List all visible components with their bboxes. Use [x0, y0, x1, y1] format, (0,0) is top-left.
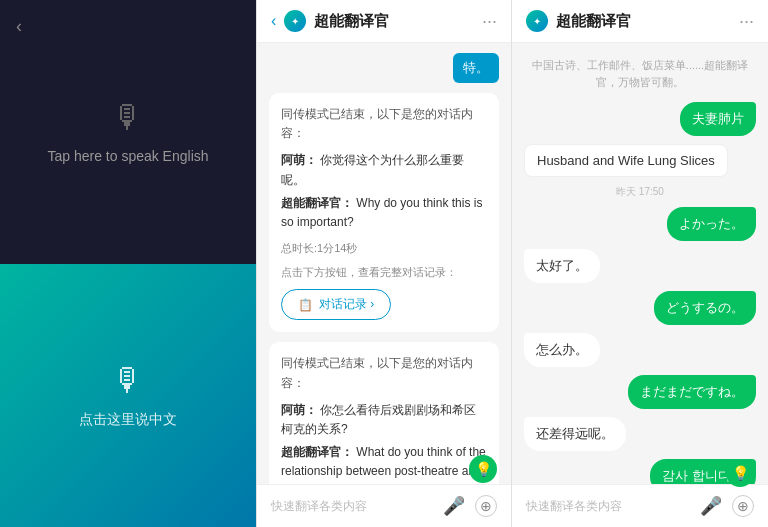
- card2-speaker2: 超能翻译官：: [281, 445, 353, 459]
- left-bottom-section[interactable]: 🎙 点击这里说中文: [0, 264, 256, 528]
- middle-more-icon[interactable]: ···: [482, 11, 497, 32]
- middle-panel: ‹ ✦ 超能翻译官 ··· 特。 同传模式已结束，以下是您的对话内容： 阿萌： …: [256, 0, 512, 527]
- right-panel: ✦ 超能翻译官 ··· 中国古诗、工作邮件、饭店菜单......超能翻译官，万物…: [512, 0, 768, 527]
- middle-title: 超能翻译官: [314, 12, 474, 31]
- card2-header: 同传模式已结束，以下是您的对话内容：: [281, 354, 487, 392]
- card1-speaker1: 阿萌：: [281, 153, 317, 167]
- bubble-dosuruno: どうするの。: [654, 291, 756, 325]
- middle-chat-content: 特。 同传模式已结束，以下是您的对话内容： 阿萌： 你觉得这个为什么那么重要呢。…: [257, 43, 511, 484]
- bubble-tahaole: 太好了。: [524, 249, 600, 283]
- back-arrow-icon[interactable]: ‹: [16, 16, 22, 37]
- mic-icon-bottom: 🎙: [112, 362, 144, 399]
- middle-header: ‹ ✦ 超能翻译官 ···: [257, 0, 511, 43]
- click-to-speak-label[interactable]: 点击这里说中文: [79, 411, 177, 429]
- bubble-yokatta: よかった。: [667, 207, 756, 241]
- card1-prompt: 点击下方按钮，查看完整对话记录：: [281, 264, 487, 282]
- translation-husband-wife: Husband and Wife Lung Slices: [524, 144, 728, 177]
- card1-record-button[interactable]: 📋 对话记录 ›: [281, 289, 391, 320]
- middle-back-icon[interactable]: ‹: [271, 12, 276, 30]
- right-footer: 快速翻译各类内容 🎤 ⊕ 💡: [512, 484, 768, 527]
- conv-card-2: 同传模式已结束，以下是您的对话内容： 阿萌： 你怎么看待后戏剧剧场和希区柯克的关…: [269, 342, 499, 484]
- timestamp-1750: 昨天 17:50: [524, 185, 756, 199]
- card2-line2: 超能翻译官： What do you think of the relation…: [281, 443, 487, 484]
- bubble-fuzei: 夫妻肺片: [680, 102, 756, 136]
- card1-duration: 总时长:1分14秒: [281, 240, 487, 258]
- card1-btn-label: 对话记录 ›: [319, 296, 374, 313]
- right-footer-placeholder: 快速翻译各类内容: [526, 498, 690, 515]
- card2-speaker1: 阿萌：: [281, 403, 317, 417]
- middle-logo-icon: ✦: [284, 10, 306, 32]
- middle-footer-placeholder: 快速翻译各类内容: [271, 498, 433, 515]
- bubble-madamada: まだまだですね。: [628, 375, 756, 409]
- right-lightbulb-button[interactable]: 💡: [726, 459, 754, 487]
- right-info-text: 中国古诗、工作邮件、饭店菜单......超能翻译官，万物皆可翻。: [524, 53, 756, 94]
- right-logo-icon: ✦: [526, 10, 548, 32]
- middle-mic-icon[interactable]: 🎤: [443, 495, 465, 517]
- mic-icon-top: 🎙: [112, 99, 144, 136]
- card1-line1: 阿萌： 你觉得这个为什么那么重要呢。: [281, 151, 487, 189]
- card1-header: 同传模式已结束，以下是您的对话内容：: [281, 105, 487, 143]
- card2-line1: 阿萌： 你怎么看待后戏剧剧场和希区柯克的关系?: [281, 401, 487, 439]
- right-chat-content: 中国古诗、工作邮件、饭店菜单......超能翻译官，万物皆可翻。 夫妻肺片 Hu…: [512, 43, 768, 484]
- right-mic-icon[interactable]: 🎤: [700, 495, 722, 517]
- right-add-icon[interactable]: ⊕: [732, 495, 754, 517]
- middle-add-icon[interactable]: ⊕: [475, 495, 497, 517]
- record-icon: 📋: [298, 298, 313, 312]
- bubble-haichayuanne: 还差得远呢。: [524, 417, 626, 451]
- left-panel: ‹ 🎙 Tap here to speak English 🎙 点击这里说中文: [0, 0, 256, 527]
- tap-to-speak-label[interactable]: Tap here to speak English: [47, 148, 208, 164]
- right-more-icon[interactable]: ···: [739, 11, 754, 32]
- right-header: ✦ 超能翻译官 ···: [512, 0, 768, 43]
- middle-lightbulb-button[interactable]: 💡: [469, 455, 497, 483]
- right-title: 超能翻译官: [556, 12, 731, 31]
- middle-footer: 快速翻译各类内容 🎤 ⊕ 💡: [257, 484, 511, 527]
- conv-card-1: 同传模式已结束，以下是您的对话内容： 阿萌： 你觉得这个为什么那么重要呢。 超能…: [269, 93, 499, 332]
- card1-line2: 超能翻译官： Why do you think this is so impor…: [281, 194, 487, 232]
- card1-speaker2: 超能翻译官：: [281, 196, 353, 210]
- highlight-message: 特。: [453, 53, 499, 83]
- left-top-section: ‹ 🎙 Tap here to speak English: [0, 0, 256, 264]
- bubble-zenmeban: 怎么办。: [524, 333, 600, 367]
